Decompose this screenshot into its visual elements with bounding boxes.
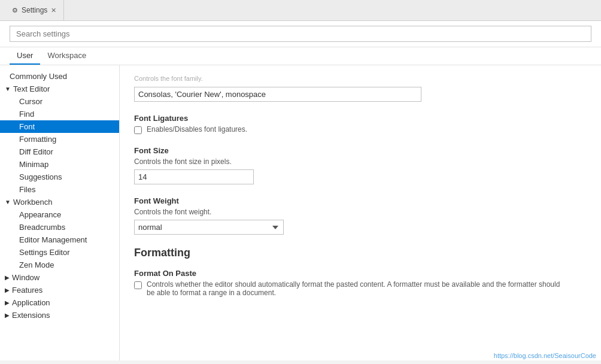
font-weight-desc: Controls the font weight.: [134, 208, 553, 216]
settings-tab[interactable]: ⚙ Settings ✕: [5, 0, 64, 20]
search-input[interactable]: [10, 26, 591, 42]
sidebar-item-font[interactable]: Font: [0, 120, 119, 133]
font-ligatures-label: Font Ligatures: [134, 114, 587, 123]
search-bar-container: [0, 21, 601, 47]
sidebar-item-suggestions[interactable]: Suggestions: [0, 171, 119, 183]
sidebar: Commonly Used ▼ Text Editor Cursor Find …: [0, 65, 120, 360]
font-ligatures-checkbox[interactable]: [134, 126, 142, 134]
sidebar-item-files[interactable]: Files: [0, 183, 119, 196]
sidebar-item-minimap[interactable]: Minimap: [0, 158, 119, 171]
sidebar-group-features-label: Features: [12, 286, 43, 295]
scroll-hint: Controls the font family.: [134, 75, 587, 82]
settings-tab-label: Settings: [22, 6, 47, 14]
application-arrow: ▶: [5, 299, 10, 306]
font-weight-setting: Font Weight Controls the font weight. no…: [134, 196, 587, 235]
workbench-arrow: ▼: [5, 199, 11, 205]
sidebar-group-window-label: Window: [12, 273, 40, 282]
sidebar-item-commonly-used[interactable]: Commonly Used: [0, 70, 119, 83]
sidebar-group-extensions-label: Extensions: [12, 311, 50, 320]
tab-user[interactable]: User: [10, 47, 40, 65]
sidebar-group-extensions[interactable]: ▶ Extensions: [0, 309, 119, 321]
sidebar-group-application-label: Application: [12, 298, 50, 307]
sidebar-item-appearance[interactable]: Appearance: [0, 208, 119, 221]
font-ligatures-checkbox-row: Enables/Disables font ligatures.: [134, 125, 587, 134]
sidebar-group-workbench-label: Workbench: [13, 198, 53, 207]
sidebar-item-editor-management[interactable]: Editor Management: [0, 233, 119, 246]
sidebar-group-text-editor[interactable]: ▼ Text Editor: [0, 83, 119, 95]
extensions-arrow: ▶: [5, 312, 10, 318]
font-ligatures-desc: Enables/Disables font ligatures.: [147, 125, 247, 134]
font-size-label: Font Size: [134, 146, 587, 155]
format-on-paste-desc: Controls whether the editor should autom…: [147, 280, 566, 297]
sidebar-item-zen-mode[interactable]: Zen Mode: [0, 259, 119, 271]
font-family-setting: [134, 87, 587, 102]
sidebar-item-diff-editor[interactable]: Diff Editor: [0, 145, 119, 158]
settings-content: Controls the font family. Font Ligatures…: [120, 65, 601, 360]
font-size-desc: Controls the font size in pixels.: [134, 157, 553, 166]
features-arrow: ▶: [5, 287, 10, 293]
window-arrow: ▶: [5, 274, 10, 281]
tab-workspace[interactable]: Workspace: [40, 47, 93, 65]
format-on-paste-checkbox[interactable]: [134, 281, 142, 289]
sidebar-item-settings-editor[interactable]: Settings Editor: [0, 246, 119, 259]
sidebar-item-find[interactable]: Find: [0, 108, 119, 120]
scope-tabs: User Workspace: [0, 47, 601, 65]
tab-bar: ⚙ Settings ✕: [0, 0, 601, 21]
sidebar-group-text-editor-label: Text Editor: [13, 84, 50, 93]
main-layout: Commonly Used ▼ Text Editor Cursor Find …: [0, 65, 601, 360]
formatting-section-title: Formatting: [134, 247, 587, 262]
font-ligatures-setting: Font Ligatures Enables/Disables font lig…: [134, 114, 587, 134]
sidebar-item-breadcrumbs[interactable]: Breadcrumbs: [0, 221, 119, 233]
sidebar-group-application[interactable]: ▶ Application: [0, 296, 119, 309]
font-size-input[interactable]: [134, 169, 254, 184]
font-weight-label: Font Weight: [134, 196, 587, 205]
sidebar-item-cursor[interactable]: Cursor: [0, 95, 119, 108]
text-editor-arrow: ▼: [5, 86, 11, 92]
format-on-paste-checkbox-row: Controls whether the editor should autom…: [134, 280, 587, 297]
sidebar-group-workbench[interactable]: ▼ Workbench: [0, 196, 119, 208]
font-family-input[interactable]: [134, 87, 421, 102]
url-watermark: https://blog.csdn.net/SeaisourCode: [494, 352, 596, 359]
format-on-paste-label: Format On Paste: [134, 269, 587, 278]
sidebar-item-formatting[interactable]: Formatting: [0, 133, 119, 145]
font-weight-select[interactable]: normal bold 100 200 300 400 500 600 700 …: [134, 220, 284, 235]
format-on-paste-setting: Format On Paste Controls whether the edi…: [134, 269, 587, 297]
sidebar-group-features[interactable]: ▶ Features: [0, 284, 119, 296]
settings-tab-close[interactable]: ✕: [51, 7, 56, 14]
settings-tab-icon: ⚙: [12, 7, 18, 14]
sidebar-group-window[interactable]: ▶ Window: [0, 271, 119, 284]
font-size-setting: Font Size Controls the font size in pixe…: [134, 146, 587, 184]
